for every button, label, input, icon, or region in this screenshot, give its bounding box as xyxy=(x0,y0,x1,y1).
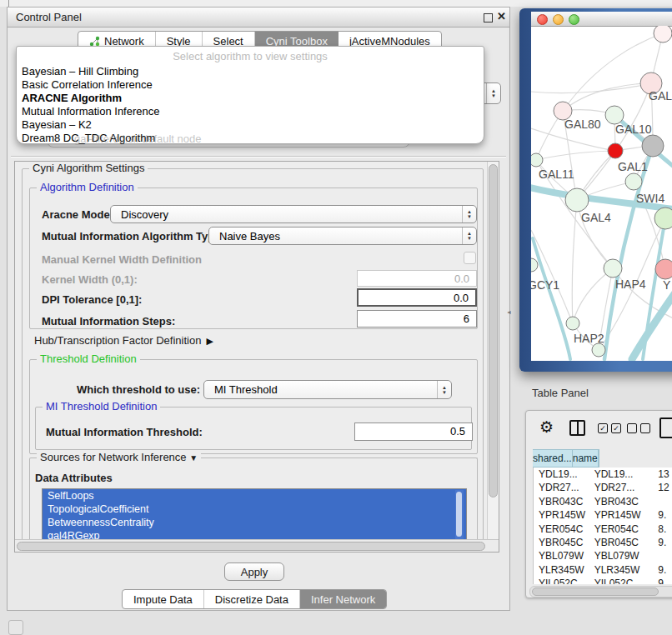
network-node[interactable] xyxy=(604,259,622,278)
network-node[interactable] xyxy=(655,259,672,279)
column-header[interactable]: name xyxy=(573,449,599,468)
which-threshold-combo[interactable]: MI Threshold ▲▼ xyxy=(203,380,452,399)
node-label: GAL4 xyxy=(581,211,611,224)
kernel-width-field[interactable]: 0.0 xyxy=(357,270,477,287)
network-node[interactable] xyxy=(565,188,589,212)
network-canvas[interactable]: GAL7GAL80GAL10GAL1GAL11GAL4SWI4GCY1HAP4Y… xyxy=(531,26,672,361)
list-item[interactable]: TopologicalCoefficient xyxy=(43,502,466,516)
settings-horizontal-scrollbar[interactable] xyxy=(15,539,499,552)
network-window-titlebar[interactable] xyxy=(531,12,672,27)
divider xyxy=(11,156,506,157)
cell-name: YER054C xyxy=(592,522,655,536)
table-row[interactable]: YPR145W YPR145W 9. xyxy=(534,508,672,522)
settings-scroll-pane: Cyni Algorithm Settings Algorithm Defini… xyxy=(14,161,499,552)
settings-scrollbar-thumb[interactable] xyxy=(489,164,498,498)
table-row[interactable]: YBR045C YBR045C 9. xyxy=(534,536,672,549)
network-node[interactable] xyxy=(531,153,543,167)
cell-value xyxy=(654,549,672,562)
table-row[interactable]: YLR345W YLR345W 9. xyxy=(534,563,672,577)
node-label: GAL10 xyxy=(615,122,652,136)
settings-gear-icon[interactable]: ⚙ xyxy=(539,419,554,436)
network-node[interactable] xyxy=(608,143,623,158)
network-node[interactable] xyxy=(531,258,538,272)
tab[interactable]: Infer Network xyxy=(300,590,386,608)
network-node[interactable] xyxy=(566,317,579,330)
expanded-arrow-icon: ▼ xyxy=(189,453,198,462)
dropdown-item[interactable]: ARACNE Algorithm xyxy=(22,92,479,105)
node-label: GAL11 xyxy=(539,168,574,181)
dropdown-item[interactable]: Basic Correlation Inference xyxy=(22,78,479,92)
manual-kernel-checkbox[interactable] xyxy=(464,252,476,264)
select-all-checkboxes-icon[interactable]: ✓✓ xyxy=(598,423,621,433)
network-node[interactable] xyxy=(625,173,642,190)
deselect-all-checkboxes-icon[interactable] xyxy=(627,423,650,433)
hub-definition-toggle[interactable]: Hub/Transcription Factor Definition▶ xyxy=(34,334,213,347)
cell-name: YBR043C xyxy=(592,495,655,508)
mi-steps-field[interactable]: 6 xyxy=(357,310,477,328)
dropdown-item[interactable]: Bayesian – K2 xyxy=(22,118,479,132)
network-node[interactable] xyxy=(654,26,672,42)
list-item[interactable]: BetweennessCentrality xyxy=(43,516,466,529)
network-node[interactable] xyxy=(642,135,664,157)
settings-hscrollbar-thumb[interactable] xyxy=(17,542,485,551)
close-traffic-light-icon[interactable] xyxy=(537,14,548,25)
zoom-traffic-light-icon[interactable] xyxy=(569,14,579,25)
dropdown-item[interactable]: Mutual Information Inference xyxy=(22,105,479,118)
aracne-mode-combo[interactable]: Discovery ▲▼ xyxy=(110,205,477,223)
mi-threshold-title: MI Threshold Definition xyxy=(43,401,160,412)
table-row[interactable]: YER054C YER054C 8. xyxy=(534,522,672,536)
mi-type-combo[interactable]: Naive Bayes ▲▼ xyxy=(208,227,477,245)
table-horizontal-scrollbar[interactable] xyxy=(529,586,672,598)
mi-threshold-field[interactable]: 0.5 xyxy=(354,422,473,441)
spinner-arrows-icon: ▲▼ xyxy=(437,381,451,398)
cell-value: 9. xyxy=(654,563,672,577)
tab[interactable]: Discretize Data xyxy=(204,590,300,608)
column-layout-icon[interactable] xyxy=(569,420,585,436)
node-label: GAL1 xyxy=(618,160,648,173)
apply-button[interactable]: Apply xyxy=(224,562,284,581)
cell-name: YLR345W xyxy=(592,563,655,577)
table-row[interactable]: YDL19... YDL19... 13 xyxy=(534,468,672,481)
network-node[interactable] xyxy=(654,208,672,229)
dpi-tolerance-field[interactable]: 0.0 xyxy=(357,288,477,307)
table-row[interactable]: YIL052C YIL052C 9. xyxy=(534,577,672,584)
close-icon[interactable]: ✕ xyxy=(497,10,506,22)
cell-shared-name: YBR045C xyxy=(534,536,592,549)
column-header[interactable]: shared... xyxy=(533,449,573,468)
dropdown-item[interactable]: Bayesian – Hill Climbing xyxy=(22,65,479,78)
attribute-table: shared...name YDL19... YDL19... 13 YDR27… xyxy=(533,449,672,584)
network-node[interactable] xyxy=(605,106,624,124)
tab-label: Infer Network xyxy=(311,593,375,606)
mi-threshold-label: Mutual Information Threshold: xyxy=(46,426,203,438)
settings-vertical-scrollbar[interactable] xyxy=(487,162,499,540)
table-row[interactable]: YDR27... YDR27... 12 xyxy=(534,481,672,494)
column-header[interactable] xyxy=(599,449,599,468)
tab[interactable]: Impute Data xyxy=(123,590,204,608)
table-body: YDL19... YDL19... 13 YDR27... YDR27... 1… xyxy=(533,468,672,584)
control-panel-titlebar: Control Panel ✕ xyxy=(8,8,509,28)
table-panel-window: ⚙ ✓✓ shared...name YDL19... YDL19... 13 xyxy=(525,410,672,598)
table-row[interactable]: YBL079W YBL079W xyxy=(534,549,672,562)
cyni-algorithm-settings-group: Cyni Algorithm Settings Algorithm Defini… xyxy=(22,168,484,548)
sources-title[interactable]: Sources for Network Inference ▼ xyxy=(37,452,201,464)
dropdown-placeholder: Select algorithm to view settings xyxy=(17,50,484,62)
network-canvas-frame: GAL7GAL80GAL10GAL1GAL11GAL4SWI4GCY1HAP4Y… xyxy=(531,12,672,361)
list-scrollbar-thumb[interactable] xyxy=(456,492,462,537)
network-node[interactable] xyxy=(592,343,605,357)
cell-value: 12 xyxy=(654,481,672,494)
minimize-traffic-light-icon[interactable] xyxy=(553,14,564,25)
new-table-icon[interactable] xyxy=(659,418,672,438)
table-hscrollbar-thumb[interactable] xyxy=(532,588,659,596)
dpi-tolerance-label: DPI Tolerance [0,1]: xyxy=(42,293,142,306)
list-scrollbar[interactable] xyxy=(455,490,464,542)
splitter-collapse-handle[interactable]: ◄ xyxy=(506,309,511,316)
mi-type-label: Mutual Information Algorithm Type: xyxy=(42,230,224,242)
node-label: HAP2 xyxy=(574,332,604,345)
cell-value: 9. xyxy=(654,508,672,522)
float-window-icon[interactable] xyxy=(484,13,493,22)
cell-name: YBL079W xyxy=(592,549,655,562)
list-item[interactable]: SelfLoops xyxy=(43,489,466,502)
table-row[interactable]: YBR043C YBR043C xyxy=(534,495,672,508)
resize-grip[interactable] xyxy=(8,620,23,635)
cell-value: 13 xyxy=(654,468,672,481)
